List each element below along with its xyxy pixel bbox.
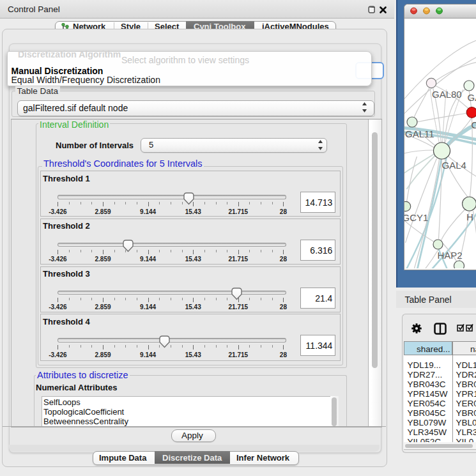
- svg-text:GCY1: GCY1: [404, 212, 428, 223]
- svg-text:H: H: [466, 211, 473, 222]
- svg-text:GAL80: GAL80: [432, 89, 462, 100]
- svg-text:GA: GA: [467, 92, 476, 103]
- svg-text:C: C: [471, 119, 476, 130]
- svg-text:GAL4: GAL4: [441, 160, 466, 171]
- svg-text:HAP2: HAP2: [437, 250, 462, 261]
- svg-text:GAL11: GAL11: [405, 128, 434, 139]
